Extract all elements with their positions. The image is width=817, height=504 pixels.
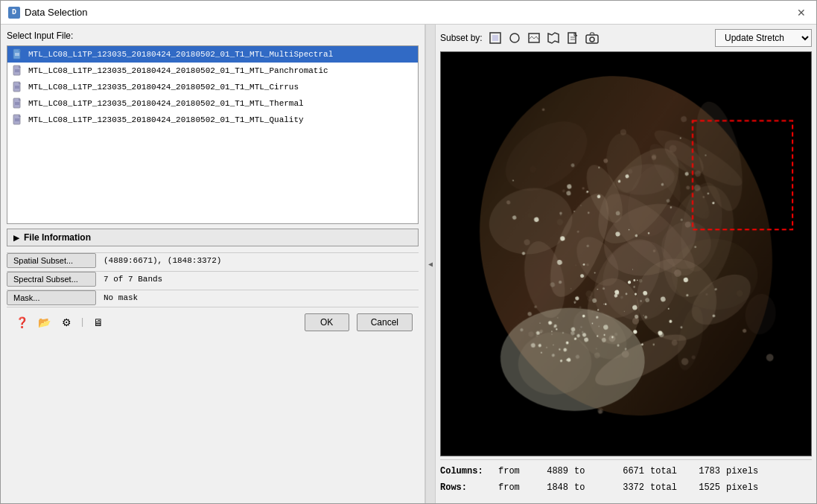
panel-divider[interactable]: ◀ [425, 25, 436, 503]
ok-button[interactable]: OK [305, 313, 349, 331]
subset-by-section: Subset by: [440, 30, 600, 46]
columns-from-label: from [498, 466, 525, 476]
svg-rect-16 [492, 35, 498, 41]
update-stretch-select[interactable]: Update StretchQuickLinearEqualizeGaussia… [715, 29, 812, 47]
rows-from-val: 1848 [531, 482, 568, 493]
file-list-item[interactable]: MTL_LC08_L1TP_123035_20180424_20180502_0… [7, 112, 418, 128]
help-icon[interactable]: ❓ [13, 313, 31, 331]
rows-stats-row: Rows: from 1848 to 3372 total 1525 pixel… [440, 479, 812, 496]
data-selection-window: D Data Selection ✕ Select Input File: MT… [0, 0, 817, 504]
file-item-label: MTL_LC08_L1TP_123035_20180424_20180502_0… [28, 83, 299, 92]
file-item-label: MTL_LC08_L1TP_123035_20180424_20180502_0… [28, 66, 328, 75]
columns-to-label: to [574, 466, 601, 476]
file-info-label: File Information [24, 232, 91, 243]
columns-to-val: 6671 [607, 466, 644, 476]
rows-pixels-label: pixels [726, 482, 758, 493]
right-panel: Subset by: [436, 25, 816, 503]
columns-pixels-label: pixels [726, 466, 758, 476]
rows-total-label: total [650, 482, 677, 493]
file-list[interactable]: MTL_LC08_L1TP_123035_20180424_20180502_0… [7, 45, 419, 224]
collapse-arrow-icon: ▶ [13, 234, 19, 242]
mask-value: No mask [96, 290, 145, 305]
right-top-bar: Subset by: [440, 29, 812, 47]
satellite-image-container [440, 51, 812, 456]
file-list-item[interactable]: MTL_LC08_L1TP_123035_20180424_20180502_0… [7, 95, 418, 112]
cancel-button[interactable]: Cancel [357, 313, 413, 331]
title-bar-left: D Data Selection [8, 7, 88, 19]
file-item-icon [12, 81, 24, 93]
info-rows: Spatial Subset... (4889:6671), (1848:337… [7, 251, 419, 307]
columns-label: Columns: [440, 466, 492, 476]
svg-point-24 [590, 37, 594, 42]
file-item-label: MTL_LC08_L1TP_123035_20180424_20180502_0… [28, 50, 333, 59]
rows-from-label: from [498, 482, 525, 493]
folder-icon[interactable]: 📂 [35, 313, 53, 331]
spectral-subset-row: Spectral Subset... 7 of 7 Bands [7, 271, 419, 287]
columns-total-label: total [650, 466, 677, 476]
columns-from-val: 4889 [531, 466, 568, 476]
svg-point-17 [510, 34, 519, 42]
mask-button[interactable]: Mask... [7, 290, 96, 305]
spectral-subset-value: 7 of 7 Bands [96, 272, 170, 287]
bottom-left-icons: ❓ 📂 ⚙ | 🖥 [13, 313, 107, 331]
file-item-icon [12, 48, 24, 60]
spatial-subset-value: (4889:6671), (1848:3372) [96, 253, 229, 268]
main-content: Select Input File: MTL_LC08_L1TP_123035_… [1, 25, 816, 503]
title-bar: D Data Selection ✕ [1, 1, 816, 25]
columns-total-val: 1783 [683, 466, 720, 476]
file-list-item[interactable]: MTL_LC08_L1TP_123035_20180424_20180502_0… [7, 63, 418, 79]
update-stretch-section: Update StretchQuickLinearEqualizeGaussia… [715, 29, 812, 47]
app-icon: D [8, 7, 20, 19]
monitor-icon[interactable]: 🖥 [89, 313, 107, 331]
spatial-subset-button[interactable]: Spatial Subset... [7, 253, 96, 268]
file-item-label: MTL_LC08_L1TP_123035_20180424_20180502_0… [28, 99, 304, 108]
stats-section: Columns: from 4889 to 6671 total 1783 pi… [440, 459, 812, 499]
rows-to-val: 3372 [607, 482, 644, 493]
circle-subset-icon[interactable] [506, 30, 523, 46]
left-panel: Select Input File: MTL_LC08_L1TP_123035_… [1, 25, 425, 503]
mask-row: Mask... No mask [7, 290, 419, 305]
file-subset-icon[interactable] [565, 30, 581, 46]
subset-by-label: Subset by: [440, 33, 483, 43]
cam-subset-icon[interactable] [584, 30, 600, 46]
file-item-label: MTL_LC08_L1TP_123035_20180424_20180502_0… [28, 115, 304, 124]
rows-to-label: to [574, 482, 601, 493]
close-button[interactable]: ✕ [794, 5, 809, 20]
bottom-toolbar: ❓ 📂 ⚙ | 🖥 OK Cancel [7, 307, 419, 337]
rows-total-val: 1525 [683, 482, 720, 493]
bottom-right-buttons: OK Cancel [305, 313, 413, 331]
file-info-header[interactable]: ▶ File Information [7, 229, 418, 246]
svg-marker-19 [548, 33, 559, 43]
window-title: Data Selection [25, 7, 88, 18]
spatial-subset-row: Spatial Subset... (4889:6671), (1848:337… [7, 252, 419, 268]
select-input-label: Select Input File: [7, 31, 419, 41]
file-info-section: ▶ File Information [7, 229, 419, 246]
file-item-icon [12, 98, 24, 109]
file-list-item[interactable]: MTL_LC08_L1TP_123035_20180424_20180502_0… [7, 46, 418, 63]
file-item-icon [12, 65, 24, 77]
rows-label: Rows: [440, 482, 492, 493]
image-subset-icon[interactable] [526, 30, 542, 46]
satellite-canvas [441, 52, 811, 456]
map-subset-icon[interactable] [545, 30, 562, 46]
file-item-icon [12, 114, 24, 126]
file-list-item[interactable]: MTL_LC08_L1TP_123035_20180424_20180502_0… [7, 79, 418, 95]
columns-stats-row: Columns: from 4889 to 6671 total 1783 pi… [440, 463, 812, 479]
subset-icons [487, 30, 600, 46]
spectral-subset-button[interactable]: Spectral Subset... [7, 272, 96, 287]
settings-icon[interactable]: ⚙ [57, 313, 75, 331]
roi-subset-icon[interactable] [487, 30, 503, 46]
